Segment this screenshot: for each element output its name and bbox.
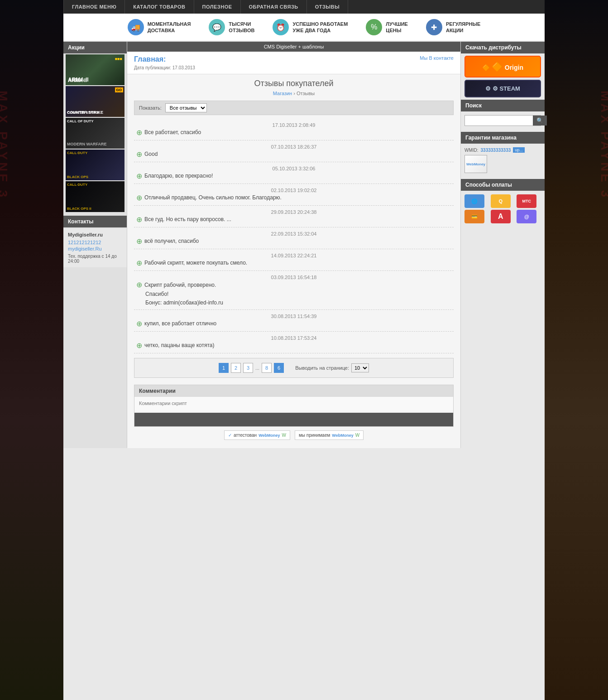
review-date: 03.09.2013 16:54:18 <box>136 275 451 280</box>
review-date: 07.10.2013 18:26:37 <box>136 144 451 150</box>
page-btn-6[interactable]: 6 <box>274 363 284 373</box>
review-plus-icon: ⊕ <box>136 342 142 349</box>
payment-title: Способы оплаты <box>461 179 545 191</box>
per-page-label: Выводить на странице: <box>295 365 349 371</box>
delivery-text: МОМЕНТАЛЬНАЯ ДОСТАВКА <box>148 21 191 34</box>
game-banner-cod2[interactable]: CALL·DUTY BLACK OPS II <box>66 181 124 212</box>
review-item: 02.10.2013 19:02:02 ⊕ Отличный продавец.… <box>134 184 454 206</box>
review-item: 05.10.2013 3:32:06 ⊕ Благодарю, все прек… <box>134 162 454 184</box>
game-banner-cs[interactable]: COUNTER STRIKE GO <box>66 86 124 117</box>
origin-logo: 🔶 <box>492 62 503 72</box>
review-item: 10.08.2013 17:53:24 ⊕ четко, пацаны ваще… <box>134 332 454 353</box>
search-section: Поиск 🔍 <box>461 100 545 130</box>
search-button[interactable]: 🔍 <box>533 116 547 126</box>
review-date: 05.10.2013 3:32:06 <box>136 166 451 171</box>
review-text: ⊕ Good <box>136 151 451 158</box>
review-plus-icon: ⊕ <box>136 194 142 202</box>
contact-phone[interactable]: 121212121212 <box>68 240 122 245</box>
years-text: УСПЕШНО РАБОТАЕМ УЖЕ ДВА ГОДА <box>292 21 348 34</box>
review-text: ⊕ четко, пацаны ваще котята) <box>136 342 451 349</box>
review-text: ⊕ Скрипт рабочий, проверено. Спасибо! Бо… <box>136 281 451 306</box>
main-layout: Акции ARMA II ■■■ COUNTER STRIKE GO CALL… <box>63 42 545 448</box>
review-item: 03.09.2013 16:54:18 ⊕ Скрипт рабочий, пр… <box>134 271 454 310</box>
contact-skype[interactable]: mydigiseller.Ru <box>68 246 122 251</box>
payment-mts[interactable]: МТС <box>517 194 536 208</box>
feature-prices: % ЛУЧШИЕ ЦЕНЫ <box>366 19 408 35</box>
pub-date: Дата публикации: 17.03.2013 <box>134 65 195 70</box>
nav-main-menu[interactable]: ГЛАВНОЕ МЕНЮ <box>63 0 125 14</box>
webmoney-guarantee-logo[interactable]: WebMoney <box>464 155 487 173</box>
page-btn-8[interactable]: 8 <box>262 363 272 373</box>
game-banner-mw[interactable]: CALL OF DUTY MODERN WARFARE <box>66 118 124 149</box>
review-text: ⊕ всё получил, спасибо <box>136 238 451 245</box>
webmoney-bar: ✓ аттестован WebMoney W мы принимаем Web… <box>134 427 454 444</box>
review-plus-icon: ⊕ <box>136 216 142 223</box>
sidebar-left: Акции ARMA II ■■■ COUNTER STRIKE GO CALL… <box>63 42 127 448</box>
nav-useful[interactable]: ПОЛЕЗНОЕ <box>194 0 241 14</box>
game-banner-arma[interactable]: ARMA II ■■■ <box>66 54 124 85</box>
filter-select[interactable]: Все отзывы <box>165 103 207 112</box>
sidebar-right: Скачать дистрибуты 🔶 Origin ⚙ STEAM Поис… <box>461 42 545 448</box>
review-date: 02.10.2013 19:02:02 <box>136 188 451 193</box>
payment-card[interactable]: 💳 <box>464 210 484 223</box>
center-content: CMS Digiseller + шаблоны Главная: Дата п… <box>127 42 461 448</box>
wm-logo-small: WebMoney <box>259 433 280 438</box>
review-text: ⊕ Благодарю, все прекрасно! <box>136 173 451 180</box>
payment-alfa[interactable]: А <box>491 210 511 223</box>
review-text: ⊕ купил, все работает отлично <box>136 320 451 328</box>
review-plus-icon: ⊕ <box>136 260 142 267</box>
review-plus-icon: ⊕ <box>136 238 142 245</box>
review-item: 30.08.2013 11:54:39 ⊕ купил, все работае… <box>134 310 454 332</box>
payment-grid: 🌐 Q МТС 💳 А @ <box>461 191 545 227</box>
reviews-feature-text: ТЫСЯЧИ ОТЗЫВОВ <box>229 21 254 34</box>
review-date: 22.09.2013 15:32:04 <box>136 231 451 237</box>
prices-icon: % <box>366 19 382 35</box>
search-input-wrap: 🔍 <box>464 115 541 126</box>
comments-section: Комментарии Комментарии скрипт <box>134 385 454 427</box>
payment-section: Способы оплаты 🌐 Q МТС 💳 А @ <box>461 179 545 227</box>
steam-label: STEAM <box>499 85 520 92</box>
shop-breadcrumb-link[interactable]: Магазин <box>273 91 292 96</box>
wmid-row: WMID: 333333333333 up... <box>464 147 541 153</box>
steam-button[interactable]: ⚙ STEAM <box>464 80 541 97</box>
wm-attested-label: аттестован <box>234 433 257 438</box>
payment-globe[interactable]: 🌐 <box>464 194 484 208</box>
review-item: 14.09.2013 22:24:21 ⊕ Рабочий скрипт, мо… <box>134 249 454 271</box>
promo-section-title: Акции <box>63 42 127 53</box>
payment-mail[interactable]: @ <box>517 210 536 223</box>
review-item: 22.09.2013 15:32:04 ⊕ всё получил, спаси… <box>134 227 454 249</box>
page-ellipsis: ... <box>255 365 259 371</box>
breadcrumb-title: Главная: <box>134 55 195 63</box>
review-text: ⊕ Отличный продавец. Очень сильно помог.… <box>136 194 451 202</box>
game-banner-cod1[interactable]: CALL·DUTY BLACK OPS <box>66 150 124 180</box>
origin-button[interactable]: 🔶 Origin <box>464 56 541 77</box>
nav-catalog[interactable]: КАТАЛОГ ТОВАРОВ <box>125 0 194 14</box>
guarantee-title: Гарантии магазина <box>461 132 545 144</box>
origin-label: Origin <box>505 64 523 71</box>
guarantee-content: WMID: 333333333333 up... WebMoney <box>461 144 545 177</box>
review-text: ⊕ Все гуд. Но есть пару вопросов. ... <box>136 216 451 223</box>
page-btn-3[interactable]: 3 <box>243 363 253 373</box>
review-plus-icon: ⊕ <box>136 281 142 289</box>
wm-icon-2: W <box>355 433 359 438</box>
payment-qiwi[interactable]: Q <box>491 194 511 208</box>
review-plus-icon: ⊕ <box>136 151 142 158</box>
search-title: Поиск <box>461 100 545 111</box>
comments-body: Комментарии скрипт <box>134 397 453 410</box>
wmid-value: 333333333333 <box>481 148 511 153</box>
nav-feedback[interactable]: ОБРАТНАЯ СВЯЗЬ <box>241 0 307 14</box>
per-page-select[interactable]: 10 <box>351 363 369 372</box>
steam-logo: ⚙ <box>493 85 498 92</box>
wm-icon-1: W <box>282 433 286 438</box>
search-input[interactable] <box>465 116 533 126</box>
review-plus-icon: ⊕ <box>136 129 142 136</box>
page-btn-2[interactable]: 2 <box>231 363 241 373</box>
promos-text: РЕГУЛЯРНЫЕ АКЦИИ <box>446 21 480 34</box>
page-btn-1[interactable]: 1 <box>219 363 229 373</box>
contact-site: Mydigiseller.ru <box>68 232 122 237</box>
nav-reviews[interactable]: ОТЗЫВЫ <box>307 0 349 14</box>
vk-link[interactable]: Мы В контакте <box>420 55 454 61</box>
filter-label: Показать: <box>139 105 162 111</box>
download-title: Скачать дистрибуты <box>461 42 545 53</box>
guarantee-section: Гарантии магазина WMID: 333333333333 up.… <box>461 132 545 177</box>
